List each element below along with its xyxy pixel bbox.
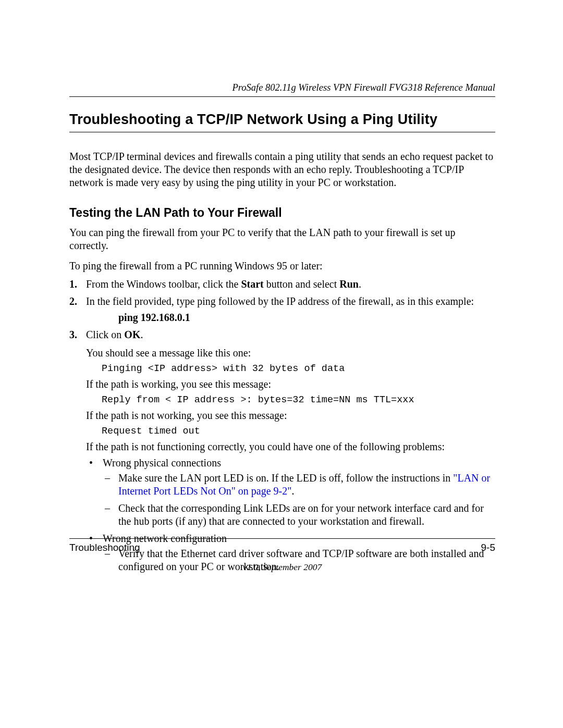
step-1-bold-start: Start: [241, 278, 263, 290]
step-list: 1. From the Windows toolbar, click the S…: [69, 278, 495, 573]
dash-list-physical: Make sure the LAN port LED is on. If the…: [103, 472, 495, 528]
step-2-command: ping 192.168.0.1: [118, 311, 495, 324]
dash-physical-1-post: .: [291, 485, 294, 497]
step-1: 1. From the Windows toolbar, click the S…: [69, 278, 495, 291]
step-1-text-post: .: [359, 278, 361, 290]
after3-p4: If the path is not functioning correctly…: [86, 440, 495, 453]
subsection-p2: To ping the firewall from a PC running W…: [69, 260, 495, 273]
step-1-text-mid: button and select: [264, 278, 340, 290]
step-3-text-post: .: [140, 329, 143, 340]
footer-page-number: 9-5: [481, 542, 495, 553]
footer-version: v1.0, September 2007: [69, 562, 495, 573]
after3-p1: You should see a message like this one:: [86, 347, 495, 360]
footer: Troubleshooting 9-5 v1.0, September 2007: [69, 538, 495, 573]
dash-physical-1: Make sure the LAN port LED is on. If the…: [103, 472, 495, 498]
subsection-title: Testing the LAN Path to Your Firewall: [69, 206, 495, 220]
step-3-number: 3.: [69, 328, 77, 341]
footer-rule: [69, 538, 495, 539]
bullet-physical-title: Wrong physical connections: [103, 457, 221, 468]
step-2-number: 2.: [69, 295, 77, 308]
header-rule: [69, 96, 495, 97]
step-3: 3. Click on OK. You should see a message…: [69, 328, 495, 573]
step-2-text: In the field provided, type ping followe…: [86, 295, 474, 307]
code-reply: Reply from < IP address >: bytes=32 time…: [102, 394, 495, 406]
page: ProSafe 802.11g Wireless VPN Firewall FV…: [0, 0, 563, 728]
step-1-text-pre: From the Windows toolbar, click the: [86, 278, 241, 290]
bullet-physical: Wrong physical connections Make sure the…: [86, 456, 495, 528]
step-3-text-pre: Click on: [86, 329, 124, 340]
title-rule: [69, 132, 495, 132]
footer-section-name: Troubleshooting: [69, 542, 140, 553]
intro-paragraph: Most TCP/IP terminal devices and firewal…: [69, 150, 495, 189]
code-timeout: Request timed out: [102, 425, 495, 437]
dash-physical-2: Check that the corresponding Link LEDs a…: [103, 502, 495, 528]
dash-physical-1-pre: Make sure the LAN port LED is on. If the…: [118, 472, 453, 484]
code-pinging: Pinging <IP address> with 32 bytes of da…: [102, 363, 495, 375]
running-header: ProSafe 802.11g Wireless VPN Firewall FV…: [69, 82, 495, 93]
section-title: Troubleshooting a TCP/IP Network Using a…: [69, 112, 495, 128]
step-1-number: 1.: [69, 278, 77, 291]
step-1-bold-run: Run: [339, 278, 359, 290]
step-2: 2. In the field provided, type ping foll…: [69, 295, 495, 324]
footer-line: Troubleshooting 9-5: [69, 542, 495, 553]
after3-p2: If the path is working, you see this mes…: [86, 378, 495, 391]
after3-p3: If the path is not working, you see this…: [86, 409, 495, 422]
step-3-bold-ok: OK: [124, 329, 140, 340]
subsection-p1: You can ping the firewall from your PC t…: [69, 226, 495, 252]
